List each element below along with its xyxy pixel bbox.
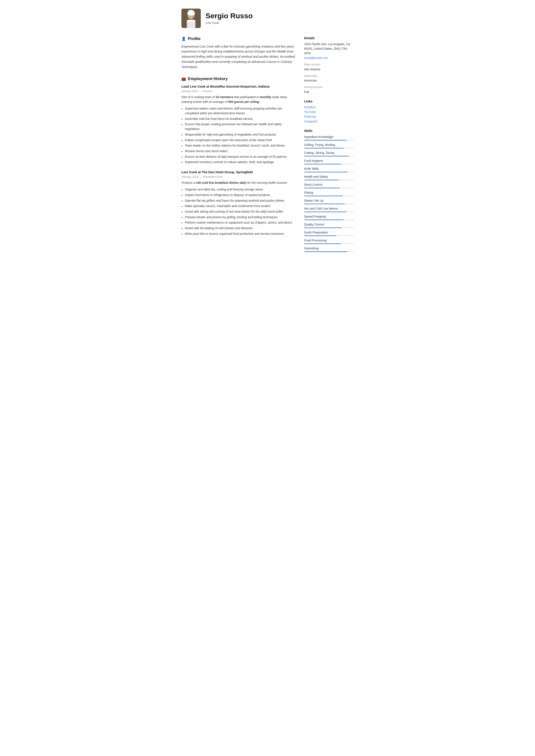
skill-bar-bg <box>304 140 353 141</box>
place-of-birth-label: Place of birth <box>304 62 353 67</box>
skills-title: Skills <box>304 128 353 133</box>
skill-item: Knife Skills <box>304 167 353 172</box>
job-2-title: Line Cook at The Don Hotel Group, Spring… <box>182 170 296 175</box>
bullet-item: Write prep lists to ensure organized foo… <box>182 231 296 237</box>
skill-item: Plating <box>304 190 353 196</box>
employment-section: 💼 Employment History Lead Line Cook at M… <box>182 76 296 237</box>
skill-bar-bg <box>304 188 353 188</box>
skills-list: Ingredient Knowledge Grilling, Frying, B… <box>304 135 353 252</box>
bullet-item: Inspect food items in refrigerators to d… <box>182 192 296 198</box>
job-2-dates: January 2016 — December 2016 <box>182 175 296 179</box>
skill-item: Quality Control <box>304 222 353 228</box>
details-title: Details <box>304 36 353 41</box>
bullet-item: Ensure that proper cooking processes are… <box>182 122 296 132</box>
skill-name: Sushi Preparation <box>304 230 353 235</box>
links-title: Links <box>304 99 353 104</box>
skill-name: Station Set Up <box>304 198 353 203</box>
bullet-item: Make specialty sauces, marinades and con… <box>182 203 296 209</box>
details-address: 1515 Pacific Ave, Los Angeles, CA 90291,… <box>304 42 353 56</box>
bullet-item: Assist with the plating of cold entrees … <box>182 226 296 231</box>
skill-item: Garnishing <box>304 246 353 252</box>
skill-item: Sushi Preparation <box>304 230 353 236</box>
resume-page: Sergio Russo Line Cook 👤 Profile Experie… <box>171 0 364 756</box>
skills-section: Skills Ingredient Knowledge Grilling, Fr… <box>304 128 353 252</box>
skill-bar-fill <box>304 204 345 204</box>
link-item[interactable]: Pinterest <box>304 115 353 119</box>
bullet-item: Perform routine maintenance on equipment… <box>182 220 296 226</box>
employment-icon: 💼 <box>182 76 186 82</box>
skill-item: Food Processing <box>304 238 353 244</box>
skill-bar-fill <box>304 243 341 244</box>
bullet-item: Prepare lobster and prawns by grilling, … <box>182 214 296 220</box>
profile-text: Experienced Line Cook with a flair for i… <box>182 44 296 70</box>
skill-item: Ingredient Knowledge <box>304 135 353 141</box>
profile-section-title: 👤 Profile <box>182 36 296 42</box>
link-item[interactable]: YouTube <box>304 110 353 114</box>
link-item[interactable]: Instagram <box>304 119 353 124</box>
skill-bar-fill <box>304 148 344 149</box>
skill-bar-fill <box>304 188 340 188</box>
bullet-item: Review menus and stock orders <box>182 149 296 154</box>
skill-name: Food Hygiene <box>304 158 353 163</box>
skill-bar-fill <box>304 211 346 212</box>
body-layout: 👤 Profile Experienced Line Cook with a f… <box>182 36 353 257</box>
skill-name: Cutting, Slicing, Dicing <box>304 151 353 155</box>
skill-name: Grilling, Frying, Broiling <box>304 143 353 147</box>
skill-item: Cutting, Slicing, Dicing <box>304 151 353 156</box>
skill-name: Stock Control <box>304 182 353 187</box>
job-1-title: Lead Line Cook at Mustaffas Gourmet Empo… <box>182 84 296 89</box>
skill-name: Food Processing <box>304 238 353 243</box>
skill-bar-fill <box>304 251 348 252</box>
skill-item: Speed Prepping <box>304 214 353 220</box>
skill-bar-bg <box>304 219 353 220</box>
skill-item: Grilling, Frying, Broiling <box>304 143 353 149</box>
main-column: 👤 Profile Experienced Line Cook with a f… <box>182 36 296 257</box>
links-list: DropBoxYouTubePinterestInstagram <box>304 105 353 124</box>
job-2: Line Cook at The Don Hotel Group, Spring… <box>182 170 296 237</box>
skill-name: Garnishing <box>304 246 353 251</box>
job-1-dates: January 2017 — Present <box>182 89 296 94</box>
header-text: Sergio Russo Line Cook <box>206 12 253 25</box>
skill-name: Plating <box>304 190 353 195</box>
skill-bar-bg <box>304 196 353 196</box>
skill-bar-fill <box>304 236 336 236</box>
skill-bar-bg <box>304 204 353 204</box>
svg-point-7 <box>192 16 194 19</box>
skill-name: Health and Safety <box>304 175 353 179</box>
profile-section: 👤 Profile Experienced Line Cook with a f… <box>182 36 296 70</box>
skill-bar-fill <box>304 196 343 196</box>
bullet-item: Ensure on-time delivery of daily banquet… <box>182 154 296 160</box>
details-email[interactable]: email@email.com <box>304 56 328 60</box>
job-2-summary: Produce a 140 cold line breakfast dishes… <box>182 180 296 185</box>
job-2-bullets: Organize and label dry, cooling and free… <box>182 187 296 237</box>
avatar-image <box>182 9 201 28</box>
skill-bar-bg <box>304 180 353 180</box>
skill-bar-bg <box>304 172 353 172</box>
bullet-item: Operate flat top grillers and fryers for… <box>182 198 296 204</box>
candidate-title: Line Cook <box>206 21 253 25</box>
skill-bar-fill <box>304 180 339 180</box>
skill-bar-fill <box>304 219 344 220</box>
bullet-item: Assemble cold line food items for breakf… <box>182 116 296 122</box>
skill-bar-bg <box>304 251 353 252</box>
bullet-item: Assist with slicing and carving of red m… <box>182 209 296 214</box>
skill-bar-bg <box>304 164 353 164</box>
skill-bar-bg <box>304 228 353 228</box>
bullet-item: Responsible for high-end garnishing of v… <box>182 132 296 137</box>
nationality-value: American <box>304 78 353 83</box>
skill-item: Hot and Cold Line Menus <box>304 207 353 212</box>
driving-license-value: Full <box>304 90 353 94</box>
job-1: Lead Line Cook at Mustaffas Gourmet Empo… <box>182 84 296 165</box>
skill-name: Quality Control <box>304 222 353 227</box>
skill-item: Stock Control <box>304 182 353 188</box>
job-1-bullets: Supervise station cooks and kitchen staf… <box>182 106 296 165</box>
skill-bar-fill <box>304 228 342 228</box>
skill-bar-bg <box>304 211 353 212</box>
skill-item: Food Hygiene <box>304 158 353 164</box>
details-section: Details 1515 Pacific Ave, Los Angeles, C… <box>304 36 353 94</box>
link-item[interactable]: DropBox <box>304 105 353 110</box>
skill-name: Ingredient Knowledge <box>304 135 353 139</box>
nationality-label: Nationality <box>304 74 353 78</box>
skill-bar-bg <box>304 236 353 236</box>
job-1-summary: Part of a cooking team of 15 members tha… <box>182 95 296 104</box>
